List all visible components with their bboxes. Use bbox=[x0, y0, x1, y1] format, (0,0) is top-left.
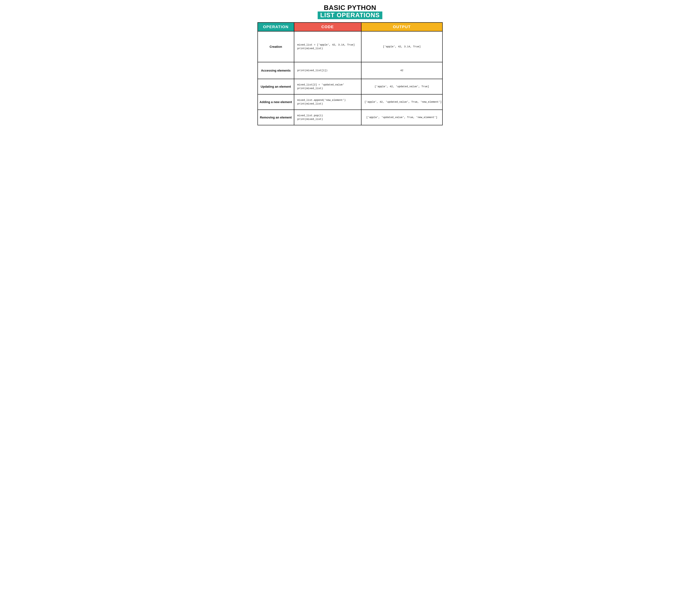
output-cell: ['apple', 'updated_value', True, 'new_el… bbox=[361, 110, 442, 125]
header-output: OUTPUT bbox=[361, 23, 442, 31]
table-row: Accessing elements print(mixed_list[1]) … bbox=[258, 62, 442, 79]
header-operation: OPERATION bbox=[258, 23, 294, 31]
table-row: Creation mixed_list = ['apple', 42, 3.14… bbox=[258, 31, 442, 62]
operation-cell: Accessing elements bbox=[258, 62, 294, 79]
operation-cell: Removing an element bbox=[258, 110, 294, 125]
operation-cell: Creation bbox=[258, 31, 294, 62]
code-cell: mixed_list.pop(1) print(mixed_list) bbox=[294, 110, 361, 125]
code-cell: mixed_list[2] = 'updated_value' print(mi… bbox=[294, 79, 361, 94]
title-line1: BASIC PYTHON bbox=[318, 4, 382, 11]
title-line2-wrap: LIST OPERATIONS bbox=[318, 12, 382, 19]
title-line2: LIST OPERATIONS bbox=[320, 12, 380, 18]
table-row: Removing an element mixed_list.pop(1) pr… bbox=[258, 110, 442, 125]
output-cell: ['apple', 42, 'updated_value', True, 'ne… bbox=[361, 94, 442, 110]
output-cell: ['apple', 42, 'updated_value', True] bbox=[361, 79, 442, 94]
output-cell: 42 bbox=[361, 62, 442, 79]
code-cell: print(mixed_list[1]) bbox=[294, 62, 361, 79]
operations-table: OPERATION CODE OUTPUT Creation mixed_lis… bbox=[257, 22, 443, 125]
code-cell: mixed_list = ['apple', 42, 3.14, True] p… bbox=[294, 31, 361, 62]
table-header-row: OPERATION CODE OUTPUT bbox=[258, 23, 442, 31]
output-cell: ['apple', 42, 3.14, True] bbox=[361, 31, 442, 62]
page-title-block: BASIC PYTHON LIST OPERATIONS bbox=[318, 4, 382, 19]
operation-cell: Updating an element bbox=[258, 79, 294, 94]
code-cell: mixed_list.append('new_element') print(m… bbox=[294, 94, 361, 110]
header-code: CODE bbox=[294, 23, 361, 31]
table-row: Updating an element mixed_list[2] = 'upd… bbox=[258, 79, 442, 94]
table-row: Adding a new element mixed_list.append('… bbox=[258, 94, 442, 110]
operation-cell: Adding a new element bbox=[258, 94, 294, 110]
